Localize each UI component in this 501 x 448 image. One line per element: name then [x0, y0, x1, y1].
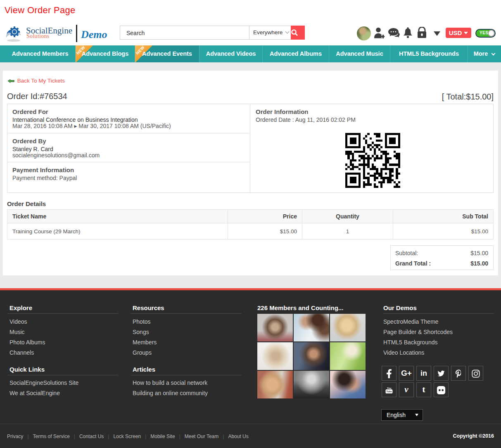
svg-text:You: You: [387, 387, 392, 389]
svg-text:Tube: Tube: [386, 391, 392, 393]
